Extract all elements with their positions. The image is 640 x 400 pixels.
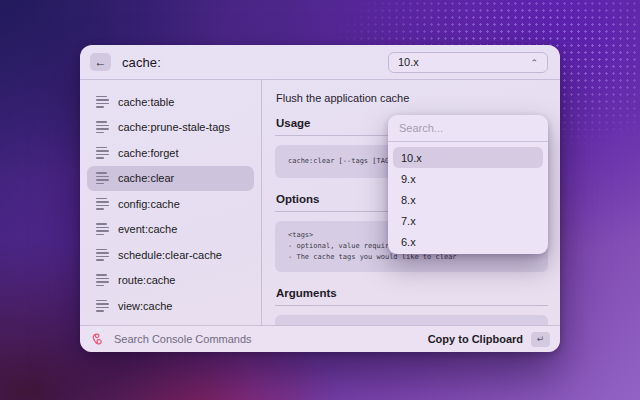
dropdown-option-8x[interactable]: 8.x [393,189,543,210]
option-label: 9.x [401,173,416,185]
option-label: 6.x [401,236,416,248]
dropdown-option-list: 10.x 9.x 8.x 7.x 6.x [388,142,548,254]
command-lines-icon [96,300,109,312]
arguments-code-block: --store - optional, value optional - The… [275,315,548,325]
list-item-event-cache[interactable]: event:cache [87,217,254,242]
window-body: cache:table cache:prune-stale-tags cache… [80,80,560,325]
option-label: 8.x [401,194,416,206]
option-label: 10.x [401,152,422,164]
dropdown-option-10x-selected[interactable]: 10.x [393,147,543,168]
list-item-label: cache:prune-stale-tags [118,121,230,133]
list-item-config-cache[interactable]: config:cache [87,191,254,216]
back-button[interactable]: ← [90,53,111,71]
command-list: cache:table cache:prune-stale-tags cache… [80,80,262,325]
command-description: Flush the application cache [276,92,548,104]
section-title-arguments: Arguments [276,287,548,299]
footer-bar: Search Console Commands Copy to Clipboar… [80,325,560,352]
copy-to-clipboard-action[interactable]: Copy to Clipboard [428,333,523,345]
command-lines-icon [96,96,109,108]
command-lines-icon [96,274,109,286]
section-divider [275,305,548,306]
app-name-label: Search Console Commands [114,333,252,345]
search-query-text[interactable]: cache: [122,55,161,70]
dropdown-option-6x[interactable]: 6.x [393,231,543,252]
chevron-up-icon: ⌃ [530,58,538,68]
version-dropdown-panel: 10.x 9.x 8.x 7.x 6.x [388,115,548,254]
list-item-label: config:cache [118,198,180,210]
list-item-label: event:cache [118,223,177,235]
list-item-label: view:cache [118,300,172,312]
app-window: ← cache: 10.x ⌃ cache:table cache:prune-… [80,45,560,352]
dropdown-option-9x[interactable]: 9.x [393,168,543,189]
dropdown-search-input[interactable] [399,122,537,134]
laravel-logo-icon [91,332,106,346]
command-lines-icon [96,249,109,261]
command-lines-icon [96,172,109,184]
list-item-schedule-clear-cache[interactable]: schedule:clear-cache [87,242,254,267]
command-lines-icon [96,198,109,210]
list-item-label: cache:table [118,96,174,108]
list-item-label: cache:forget [118,147,179,159]
enter-key-icon[interactable]: ↵ [531,332,550,347]
command-lines-icon [96,223,109,235]
command-lines-icon [96,121,109,133]
list-item-route-cache[interactable]: route:cache [87,268,254,293]
list-item-label: schedule:clear-cache [118,249,222,261]
list-item-view-cache[interactable]: view:cache [87,293,254,318]
back-arrow-icon: ← [95,55,107,69]
header-bar: ← cache: 10.x ⌃ [80,45,560,80]
option-label: 7.x [401,215,416,227]
list-item-label: cache:clear [118,172,174,184]
list-item-label: route:cache [118,274,175,286]
version-dropdown-trigger[interactable]: 10.x ⌃ [388,52,548,73]
list-item-cache-table[interactable]: cache:table [87,89,254,114]
dropdown-search-row [388,115,548,142]
dropdown-option-7x[interactable]: 7.x [393,210,543,231]
list-item-cache-clear-selected[interactable]: cache:clear [87,166,254,191]
version-selected-label: 10.x [398,56,419,68]
list-item-cache-prune-stale-tags[interactable]: cache:prune-stale-tags [87,115,254,140]
command-lines-icon [96,147,109,159]
list-item-cache-forget[interactable]: cache:forget [87,140,254,165]
